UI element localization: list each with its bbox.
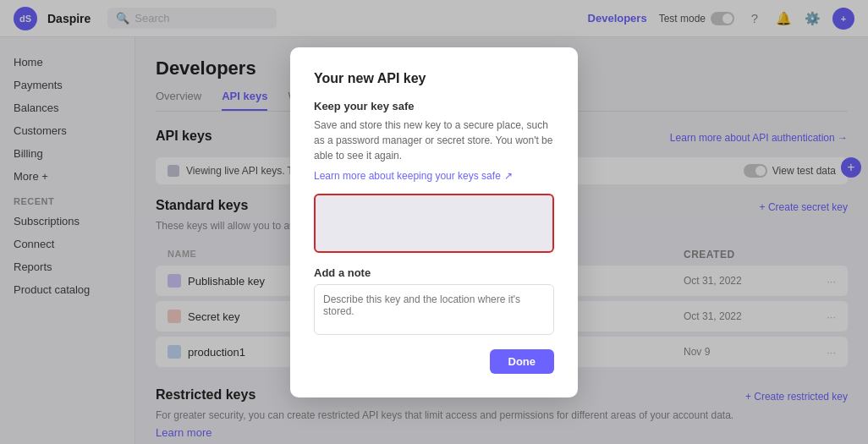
modal-safe-title: Keep your key safe [314, 100, 554, 112]
modal-note-textarea[interactable] [314, 284, 554, 335]
modal-api-key-display [314, 194, 554, 253]
modal-title: Your new API key [314, 71, 554, 86]
done-button[interactable]: Done [490, 349, 555, 374]
external-link-icon: ↗ [504, 170, 513, 182]
modal-safe-text: Save and store this new key to a secure … [314, 118, 554, 163]
modal-note-label: Add a note [314, 266, 554, 279]
modal-keep-safe-link[interactable]: Learn more about keeping your keys safe … [314, 170, 554, 182]
modal-link-text: Learn more about keeping your keys safe [314, 170, 501, 182]
modal: Your new API key Keep your key safe Save… [290, 47, 578, 397]
modal-footer: Done [314, 349, 554, 374]
modal-overlay: Your new API key Keep your key safe Save… [0, 0, 868, 444]
